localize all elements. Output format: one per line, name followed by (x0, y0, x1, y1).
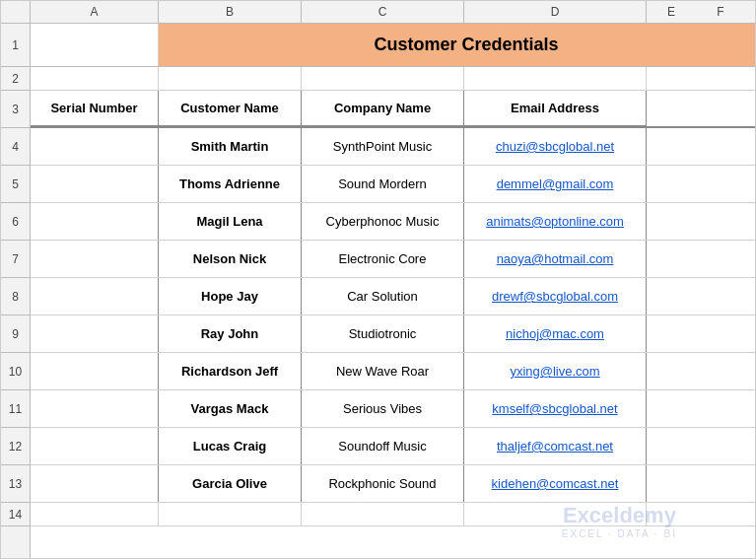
row-header-7: 7 (1, 241, 30, 278)
cell-14e (464, 503, 647, 525)
row-header-13: 13 (1, 465, 30, 503)
serial-header-label: Serial Number (50, 101, 137, 115)
row-7: Nelson Nick Electronic Core naoya@hotmai… (31, 241, 755, 278)
cell-2d (302, 67, 464, 90)
cell-12b (31, 428, 159, 464)
grid-area: Customer Credentials Serial Number Custo… (31, 24, 755, 558)
data-rows: Smith Martin SynthPoint Music chuzi@sbcg… (31, 128, 755, 503)
cell-12d: Soundoff Music (302, 428, 464, 464)
row-5: Thoms Adrienne Sound Mordern demmel@gmai… (31, 166, 755, 203)
row-header-4: 4 (1, 128, 30, 166)
cell-8b (31, 278, 159, 314)
cell-4f (647, 128, 696, 165)
cell-2f (647, 67, 696, 90)
cell-5e: demmel@gmail.com (464, 166, 647, 202)
cell-7d: Electronic Core (302, 241, 464, 277)
cell-9b (31, 315, 159, 352)
spreadsheet-body: 1 2 3 4 5 6 7 8 9 10 11 12 13 14 Custome… (1, 24, 755, 558)
cell-6b (31, 203, 159, 240)
cell-14f (647, 503, 696, 525)
row-header-12: 12 (1, 428, 30, 465)
row-header-11: 11 (1, 390, 30, 428)
row-6: Magil Lena Cyberphonoc Music animats@opt… (31, 203, 755, 241)
cell-11c: Vargas Mack (159, 390, 302, 427)
cell-2b (31, 67, 159, 90)
cell-14c (159, 503, 302, 525)
cell-10c: Richardson Jeff (159, 353, 302, 389)
email-header-label: Email Address (511, 101, 599, 115)
cell-4c: Smith Martin (159, 128, 302, 165)
header-company: Company Name (302, 91, 464, 126)
cell-11d: Serious Vibes (302, 390, 464, 427)
col-header-a: A (31, 1, 159, 23)
col-header-b: B (159, 1, 302, 23)
cell-8c: Hope Jay (159, 278, 302, 314)
cell-13e: kidehen@comcast.net (464, 465, 647, 502)
corner-cell (1, 1, 31, 23)
cell-2c (159, 67, 302, 90)
row-header-1: 1 (1, 24, 30, 67)
cell-6f (647, 203, 696, 240)
row-headers: 1 2 3 4 5 6 7 8 9 10 11 12 13 14 (1, 24, 31, 558)
spreadsheet-title: Customer Credentials (374, 35, 558, 55)
cell-8d: Car Solution (302, 278, 464, 314)
row-10: Richardson Jeff New Wave Roar yxing@live… (31, 353, 755, 390)
cell-5b (31, 166, 159, 202)
title-cell: Customer Credentials (159, 24, 755, 66)
row-header-6: 6 (1, 203, 30, 241)
cell-13d: Rockphonic Sound (302, 465, 464, 502)
name-header-label: Customer Name (180, 101, 279, 115)
row-header-14: 14 (1, 503, 30, 526)
row-14 (31, 503, 755, 526)
row-header-10: 10 (1, 353, 30, 390)
cell-12e: thaljef@comcast.net (464, 428, 647, 464)
cell-8f (647, 278, 696, 314)
row-13: Garcia Olive Rockphonic Sound kidehen@co… (31, 465, 755, 503)
cell-4d: SynthPoint Music (302, 128, 464, 165)
cell-14d (302, 503, 464, 525)
row-11: Vargas Mack Serious Vibes kmself@sbcglob… (31, 390, 755, 428)
cell-7e: naoya@hotmail.com (464, 241, 647, 277)
cell-9e: nichoj@mac.com (464, 315, 647, 352)
col-header-d: D (464, 1, 647, 23)
row-3: Serial Number Customer Name Company Name… (31, 91, 755, 128)
cell-13b (31, 465, 159, 502)
cell-12f (647, 428, 696, 464)
cell-11f (647, 390, 696, 427)
col-header-c: C (302, 1, 464, 23)
cell-14b (31, 503, 159, 525)
cell-9c: Ray John (159, 315, 302, 352)
header-f (647, 91, 696, 126)
cell-8e: drewf@sbcglobal.com (464, 278, 647, 314)
cell-9f (647, 315, 696, 352)
cell-6c: Magil Lena (159, 203, 302, 240)
cell-4b (31, 128, 159, 165)
spreadsheet: A B C D E F 1 2 3 4 5 6 7 8 9 10 11 12 1… (0, 0, 756, 559)
cell-10d: New Wave Roar (302, 353, 464, 389)
cell-12c: Lucas Craig (159, 428, 302, 464)
cell-1b (31, 24, 159, 66)
row-9: Ray John Studiotronic nichoj@mac.com (31, 315, 755, 353)
row-1: Customer Credentials (31, 24, 755, 67)
cell-10e: yxing@live.com (464, 353, 647, 389)
row-2 (31, 67, 755, 91)
row-header-3: 3 (1, 91, 30, 128)
cell-11b (31, 390, 159, 427)
header-email: Email Address (464, 91, 647, 126)
cell-7f (647, 241, 696, 277)
cell-5f (647, 166, 696, 202)
cell-5c: Thoms Adrienne (159, 166, 302, 202)
cell-10b (31, 353, 159, 389)
cell-5d: Sound Mordern (302, 166, 464, 202)
row-4: Smith Martin SynthPoint Music chuzi@sbcg… (31, 128, 755, 166)
company-header-label: Company Name (334, 101, 431, 115)
cell-4e: chuzi@sbcglobal.net (464, 128, 647, 165)
column-header-row: A B C D E F (1, 1, 755, 24)
cell-11e: kmself@sbcglobal.net (464, 390, 647, 427)
row-header-2: 2 (1, 67, 30, 91)
row-8: Hope Jay Car Solution drewf@sbcglobal.co… (31, 278, 755, 315)
cell-2e (464, 67, 647, 90)
cell-7c: Nelson Nick (159, 241, 302, 277)
col-header-e: E (647, 1, 696, 23)
row-12: Lucas Craig Soundoff Music thaljef@comca… (31, 428, 755, 465)
